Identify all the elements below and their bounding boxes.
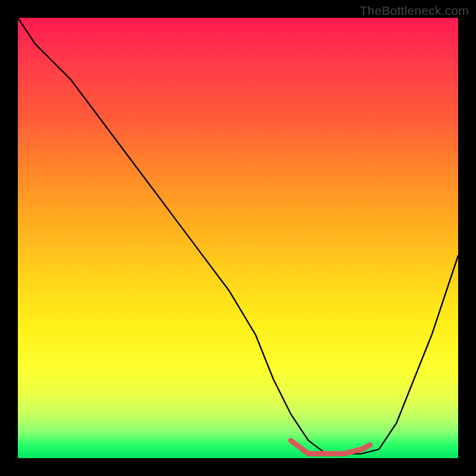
plot-area bbox=[18, 18, 458, 458]
flat-bottom-highlight bbox=[291, 440, 370, 453]
watermark-text: TheBottleneck.com bbox=[360, 4, 469, 18]
curve-layer bbox=[18, 18, 458, 458]
chart-frame: TheBottleneck.com bbox=[0, 0, 476, 476]
bottleneck-curve bbox=[18, 18, 458, 454]
